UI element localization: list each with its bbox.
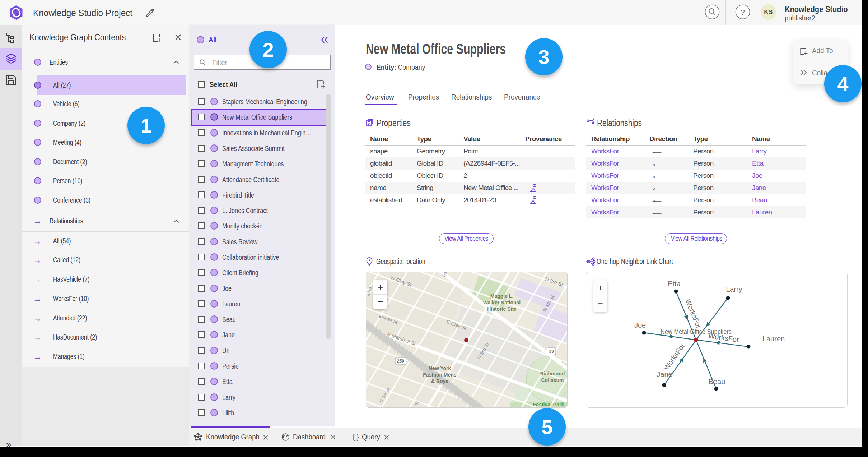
svg-text:Beau: Beau: [709, 378, 725, 386]
svg-text:Fashion Mens: Fashion Mens: [423, 372, 457, 378]
svg-text:Maggie L.: Maggie L.: [490, 293, 514, 299]
svg-text:Larry: Larry: [726, 285, 742, 293]
svg-text:New York: New York: [429, 365, 451, 371]
svg-text:Lauren: Lauren: [762, 335, 785, 343]
svg-text:Joe: Joe: [634, 321, 646, 329]
svg-text:33: 33: [549, 349, 554, 354]
svg-text:Historic Site: Historic Site: [487, 306, 517, 312]
svg-text:WorksFor: WorksFor: [662, 342, 687, 372]
svg-text:Etta: Etta: [668, 280, 681, 288]
svg-text:?: ?: [741, 8, 745, 16]
svg-text:Coliseum: Coliseum: [541, 377, 564, 383]
svg-text:250: 250: [397, 359, 404, 364]
svg-text:Jane: Jane: [657, 370, 672, 378]
svg-text:Richmond: Richmond: [540, 371, 565, 377]
svg-text:Festival Park: Festival Park: [533, 402, 564, 407]
svg-text:& Boys: & Boys: [431, 378, 448, 384]
svg-text:WorksFor: WorksFor: [683, 298, 703, 329]
svg-text:Walker National: Walker National: [483, 300, 521, 305]
